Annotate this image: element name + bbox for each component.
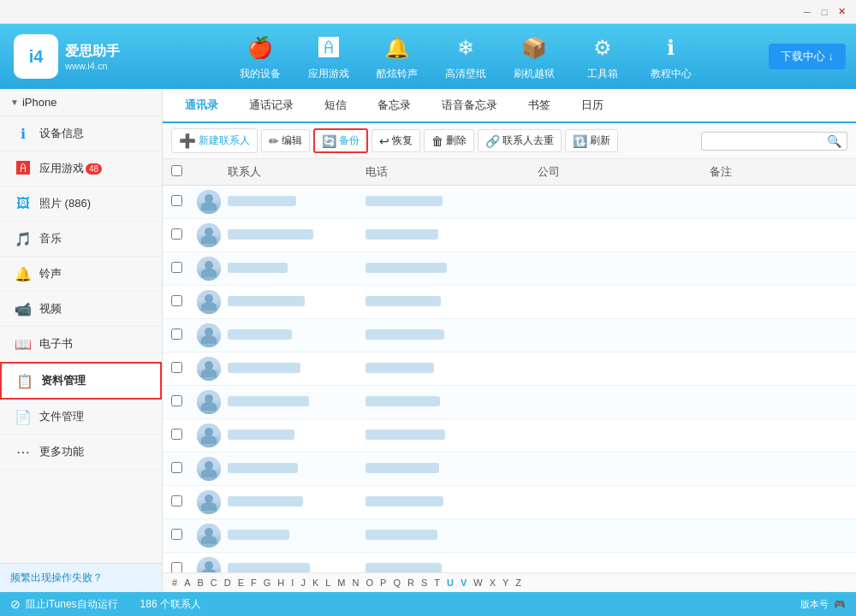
nav-item-my-device[interactable]: 🍎 我的设备 (226, 24, 294, 89)
alpha-T[interactable]: T (431, 577, 443, 589)
alpha-Q[interactable]: Q (390, 577, 403, 589)
alpha-#[interactable]: # (169, 577, 180, 589)
table-row[interactable] (163, 453, 856, 486)
tab-notes[interactable]: 备忘录 (362, 89, 426, 123)
row-checkbox-1[interactable] (171, 228, 197, 242)
check-11[interactable] (171, 562, 182, 572)
row-checkbox-7[interactable] (171, 429, 197, 442)
alpha-U[interactable]: U (444, 577, 456, 589)
sidebar-item-ebooks[interactable]: 📖 电子书 (0, 327, 162, 362)
sidebar-item-more[interactable]: ⋯ 更多功能 (0, 435, 162, 470)
tab-voice-notes[interactable]: 语音备忘录 (426, 89, 513, 123)
alpha-E[interactable]: E (235, 577, 247, 589)
row-checkbox-6[interactable] (171, 395, 197, 409)
nav-item-wallpaper[interactable]: ❄ 高清壁纸 (431, 24, 500, 89)
table-row[interactable] (163, 553, 856, 572)
alpha-F[interactable]: F (248, 577, 259, 589)
alpha-J[interactable]: J (298, 577, 308, 589)
sidebar-item-music[interactable]: 🎵 音乐 (0, 222, 162, 257)
alpha-P[interactable]: P (377, 577, 389, 589)
check-2[interactable] (171, 262, 182, 273)
alpha-B[interactable]: B (194, 577, 205, 589)
close-button[interactable]: ✕ (834, 4, 849, 20)
alpha-Z[interactable]: Z (513, 577, 524, 589)
tab-call-log[interactable]: 通话记录 (234, 89, 309, 123)
tab-contacts[interactable]: 通讯录 (169, 89, 234, 123)
sidebar-item-file-mgmt[interactable]: 📄 文件管理 (0, 400, 162, 435)
alpha-H[interactable]: H (275, 577, 287, 589)
nav-item-apps-games[interactable]: 🅰 应用游戏 (294, 24, 363, 89)
table-row[interactable] (163, 419, 856, 453)
row-checkbox-2[interactable] (171, 262, 197, 275)
alpha-M[interactable]: M (335, 577, 348, 589)
alpha-I[interactable]: I (288, 577, 296, 589)
alpha-C[interactable]: C (208, 577, 220, 589)
check-7[interactable] (171, 429, 182, 440)
check-3[interactable] (171, 295, 182, 306)
nav-item-ringtones[interactable]: 🔔 酷炫铃声 (363, 24, 431, 89)
row-checkbox-4[interactable] (171, 329, 197, 342)
alpha-Y[interactable]: Y (500, 577, 511, 589)
table-row[interactable] (163, 386, 856, 419)
alpha-L[interactable]: L (323, 577, 333, 589)
backup-button[interactable]: 🔄 备份 (313, 128, 368, 153)
nav-item-jailbreak[interactable]: 📦 刷机越狱 (500, 24, 568, 89)
check-8[interactable] (171, 462, 182, 473)
tab-bookmarks[interactable]: 书签 (513, 89, 566, 123)
minimize-button[interactable]: ─ (800, 4, 815, 20)
table-row[interactable] (163, 352, 856, 386)
sidebar-item-device-info[interactable]: ℹ 设备信息 (0, 116, 162, 151)
sidebar-item-ringtones[interactable]: 🔔 铃声 (0, 257, 162, 292)
check-9[interactable] (171, 495, 182, 506)
check-10[interactable] (171, 529, 182, 540)
sidebar-help[interactable]: 频繁出现操作失败？ (0, 563, 162, 592)
refresh-button[interactable]: 🔃 刷新 (565, 129, 618, 152)
restore-button[interactable]: ↩ 恢复 (372, 129, 420, 152)
sidebar-item-data-mgmt[interactable]: 📋 资料管理 (0, 362, 162, 400)
sidebar-item-apps[interactable]: 🅰 应用游戏48 (0, 151, 162, 187)
row-checkbox-8[interactable] (171, 462, 197, 476)
row-checkbox-0[interactable] (171, 195, 197, 209)
table-row[interactable] (163, 319, 856, 352)
sidebar-item-video[interactable]: 📹 视频 (0, 292, 162, 327)
nav-item-toolbox[interactable]: ⚙ 工具箱 (568, 24, 637, 89)
select-all-checkbox[interactable] (171, 165, 182, 176)
new-contact-button[interactable]: ➕ 新建联系人 (171, 128, 258, 153)
row-checkbox-5[interactable] (171, 362, 197, 376)
row-checkbox-10[interactable] (171, 529, 197, 542)
download-button[interactable]: 下载中心 ↓ (769, 44, 846, 69)
table-row[interactable] (163, 286, 856, 319)
row-checkbox-11[interactable] (171, 562, 197, 572)
search-box[interactable]: 🔍 (701, 132, 847, 151)
delete-button[interactable]: 🗑 删除 (424, 129, 474, 152)
alpha-W[interactable]: W (471, 577, 484, 589)
table-row[interactable] (163, 252, 856, 286)
alpha-R[interactable]: R (405, 577, 417, 589)
table-row[interactable] (163, 219, 856, 252)
maximize-button[interactable]: □ (817, 4, 832, 20)
table-row[interactable] (163, 519, 856, 553)
alpha-D[interactable]: D (222, 577, 234, 589)
nav-item-tutorials[interactable]: ℹ 教程中心 (637, 24, 705, 89)
table-row[interactable] (163, 186, 856, 219)
check-5[interactable] (171, 362, 182, 373)
check-4[interactable] (171, 329, 182, 340)
alpha-A[interactable]: A (181, 577, 193, 589)
search-input[interactable] (707, 135, 827, 147)
tab-sms[interactable]: 短信 (309, 89, 362, 123)
check-1[interactable] (171, 228, 182, 240)
search-icon[interactable]: 🔍 (827, 134, 841, 148)
alpha-O[interactable]: O (363, 577, 376, 589)
row-checkbox-3[interactable] (171, 295, 197, 309)
edit-button[interactable]: ✏ 编辑 (261, 129, 310, 152)
tab-calendar[interactable]: 日历 (566, 89, 619, 123)
alpha-V[interactable]: V (458, 577, 469, 589)
alpha-S[interactable]: S (419, 577, 430, 589)
alpha-K[interactable]: K (310, 577, 321, 589)
alpha-G[interactable]: G (261, 577, 274, 589)
check-0[interactable] (171, 195, 182, 206)
find-duplicates-button[interactable]: 🔗 联系人去重 (478, 129, 562, 152)
alpha-X[interactable]: X (487, 577, 498, 589)
table-row[interactable] (163, 486, 856, 519)
alpha-N[interactable]: N (350, 577, 362, 589)
